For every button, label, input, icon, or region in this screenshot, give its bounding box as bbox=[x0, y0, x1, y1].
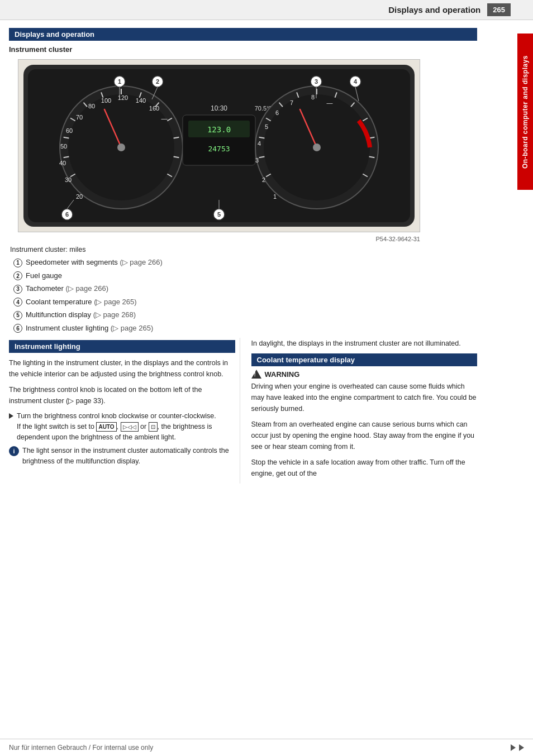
image-note: Instrument cluster: miles bbox=[9, 246, 477, 253]
svg-text:1: 1 bbox=[118, 78, 121, 85]
info-circle-icon: i bbox=[9, 446, 19, 456]
svg-point-69 bbox=[313, 143, 321, 151]
footer-arrows bbox=[511, 744, 524, 751]
right-column: In daylight, the displays in the instrum… bbox=[249, 338, 478, 484]
right-tab: On-board computer and displays bbox=[517, 34, 533, 190]
warning-text1: Driving when your engine is overheated c… bbox=[251, 381, 478, 414]
brightness-bullet: Turn the brightness control knob clockwi… bbox=[9, 411, 235, 442]
list-item-5: 5 Multifunction display (▷ page 268) bbox=[13, 309, 477, 320]
list-item-4: 4 Coolant temperature (▷ page 265) bbox=[13, 296, 477, 308]
info-item-text: The light sensor in the instrument clust… bbox=[22, 446, 235, 467]
warning-text2: Steam from an overheated engine can caus… bbox=[251, 419, 478, 452]
svg-text:7: 7 bbox=[290, 99, 293, 106]
svg-text:6: 6 bbox=[275, 109, 279, 116]
svg-text:100: 100 bbox=[101, 97, 111, 104]
svg-text:160: 160 bbox=[149, 105, 159, 112]
svg-point-30 bbox=[117, 143, 125, 151]
circle-num-4: 4 bbox=[13, 298, 22, 307]
list-item-6: 6 Instrument cluster lighting (▷ page 26… bbox=[13, 323, 477, 334]
section-header-displays: Displays and operation bbox=[9, 28, 477, 41]
warning-box: WARNING Driving when your engine is over… bbox=[251, 370, 478, 479]
footer: Nur für internen Gebrauch / For internal… bbox=[0, 739, 533, 756]
svg-text:40: 40 bbox=[59, 160, 66, 166]
info-item-sensor: i The light sensor in the instrument clu… bbox=[9, 446, 235, 467]
circle-num-6: 6 bbox=[13, 324, 22, 333]
bullet-arrow-icon bbox=[9, 413, 13, 419]
svg-text:2: 2 bbox=[156, 78, 159, 85]
svg-text:5: 5 bbox=[265, 123, 268, 130]
svg-text:4: 4 bbox=[258, 140, 261, 147]
svg-text:123.0: 123.0 bbox=[207, 125, 231, 134]
svg-text:3: 3 bbox=[315, 78, 318, 85]
section-header-lighting: Instrument lighting bbox=[9, 340, 235, 353]
circle-num-5: 5 bbox=[13, 311, 22, 320]
brightness-bullet-text: Turn the brightness control knob clockwi… bbox=[17, 411, 235, 442]
badge-auto: AUTO bbox=[96, 422, 116, 432]
page-number: 265 bbox=[487, 3, 511, 16]
badge-screen: ⊡ bbox=[149, 422, 158, 432]
svg-text:3: 3 bbox=[255, 157, 259, 164]
svg-text:2: 2 bbox=[262, 176, 265, 183]
image-caption: P54-32-9642-31 bbox=[18, 236, 420, 242]
warning-text3: Stop the vehicle in a safe location away… bbox=[251, 457, 478, 479]
two-column-section: Instrument lighting The lighting in the … bbox=[9, 338, 477, 484]
svg-text:—: — bbox=[161, 115, 168, 122]
lighting-body1: The lighting in the instrument cluster, … bbox=[9, 357, 235, 380]
footer-arrow-right-icon-2 bbox=[519, 744, 524, 751]
warning-triangle-icon bbox=[251, 370, 261, 379]
svg-text:70: 70 bbox=[76, 114, 83, 121]
header-title: Displays and operation bbox=[388, 5, 480, 15]
instrument-list: 1 Speedometer with segments (▷ page 266)… bbox=[13, 257, 477, 333]
lighting-body2: The brightness control knob is located o… bbox=[9, 384, 235, 406]
warning-label: WARNING bbox=[265, 370, 300, 379]
list-item-3: 3 Tachometer (▷ page 266) bbox=[13, 283, 477, 294]
svg-text:24753: 24753 bbox=[208, 145, 230, 153]
top-header: Displays and operation 265 bbox=[0, 0, 533, 20]
badge-dots: ▷◁◁ bbox=[121, 422, 139, 432]
svg-text:8: 8 bbox=[311, 94, 315, 101]
svg-text:—: — bbox=[327, 99, 333, 106]
footer-text: Nur für internen Gebrauch / For internal… bbox=[9, 744, 153, 752]
svg-text:30: 30 bbox=[65, 176, 72, 183]
svg-text:5: 5 bbox=[217, 211, 221, 218]
svg-text:1: 1 bbox=[273, 193, 277, 200]
svg-text:60: 60 bbox=[66, 127, 73, 134]
circle-num-2: 2 bbox=[13, 271, 22, 280]
daylight-text: In daylight, the displays in the instrum… bbox=[251, 338, 478, 349]
section-header-coolant: Coolant temperature display bbox=[251, 353, 478, 366]
footer-arrow-right-icon bbox=[511, 744, 516, 751]
list-item-1: 1 Speedometer with segments (▷ page 266) bbox=[13, 257, 477, 268]
svg-text:20: 20 bbox=[76, 193, 83, 200]
svg-text:4: 4 bbox=[354, 78, 358, 85]
warning-header: WARNING bbox=[251, 370, 478, 379]
instrument-lighting-section: Instrument lighting The lighting in the … bbox=[9, 338, 240, 484]
svg-text:6: 6 bbox=[65, 211, 69, 218]
svg-text:10:30: 10:30 bbox=[211, 104, 227, 112]
circle-num-1: 1 bbox=[13, 259, 22, 267]
subsection-instrument-cluster: Instrument cluster bbox=[9, 44, 477, 56]
list-item-2: 2 Fuel gauge bbox=[13, 270, 477, 281]
main-content: Displays and operation Instrument cluste… bbox=[0, 20, 486, 489]
svg-text:140: 140 bbox=[136, 97, 146, 104]
circle-num-3: 3 bbox=[13, 285, 22, 294]
svg-text:80: 80 bbox=[88, 103, 95, 109]
svg-text:50: 50 bbox=[60, 143, 67, 150]
instrument-cluster-image: 20 30 40 50 60 70 80 100 120 140 160 — 1 bbox=[18, 59, 420, 232]
